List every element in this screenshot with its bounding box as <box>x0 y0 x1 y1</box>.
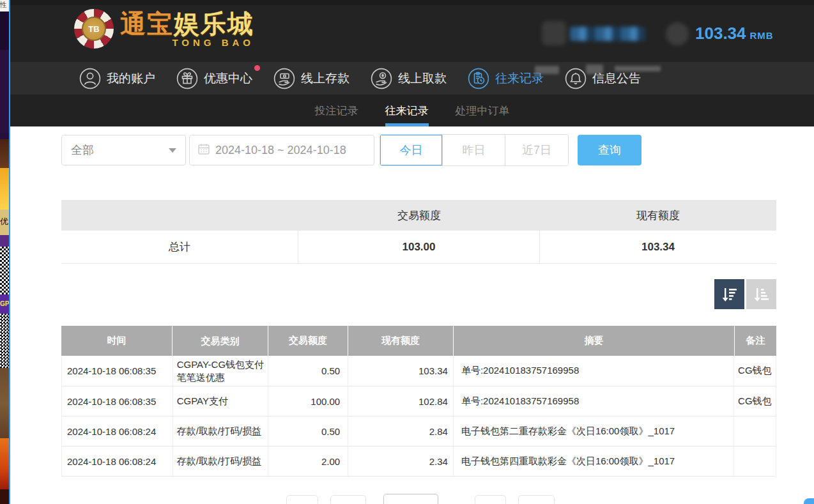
background-gold-label: 优 <box>0 210 9 235</box>
nav-item-my-account[interactable]: 我的账户 <box>79 68 155 89</box>
search-button[interactable]: 查询 <box>578 135 641 165</box>
records-icon <box>468 68 489 89</box>
pagination-next-button[interactable] <box>475 495 506 504</box>
col-summary: 摘要 <box>454 326 735 356</box>
username-redacted <box>570 27 645 41</box>
primary-nav: 我的账户 优惠中心 <box>10 62 814 95</box>
filter-bar: 全部 2024-10-18 ~ 2024-10-18 今日 昨日 <box>61 135 641 165</box>
nav-item-online-withdraw[interactable]: 线上取款 <box>371 68 447 89</box>
coin-icon-redacted <box>666 22 689 45</box>
sort-ascending-button[interactable] <box>746 279 776 309</box>
balance-currency: RMB <box>750 30 774 41</box>
redaction-blur <box>615 66 661 72</box>
chevron-down-icon <box>169 148 176 153</box>
background-purple-label: GP <box>0 294 9 314</box>
summary-header-row: 交易额度 现有额度 <box>61 200 776 231</box>
window-edge-divider <box>9 0 10 504</box>
tab-transaction-records[interactable]: 往来记录 <box>385 95 429 126</box>
summary-total-balance: 103.34 <box>540 231 776 263</box>
col-balance: 现有额度 <box>348 326 454 356</box>
deposit-icon <box>273 68 295 89</box>
nav-item-promotions[interactable]: 优惠中心 <box>176 68 252 89</box>
pagination-last-button[interactable] <box>518 495 555 504</box>
scroll-corner-indicator <box>804 498 814 504</box>
logo-title: 通宝娱乐城 <box>120 11 254 36</box>
tab-pending-orders[interactable]: 处理中订单 <box>456 95 510 126</box>
table-row: 2024-10-18 06:08:24 存款/取款/打码/损益 2.00 2.3… <box>61 447 776 477</box>
balance-amount: 103.34 <box>695 24 746 43</box>
pagination-page-input[interactable] <box>383 494 438 504</box>
secondary-nav: 投注记录 往来记录 处理中订单 <box>10 95 814 126</box>
qr-code-fragment <box>0 314 9 368</box>
summary-total-row: 总计 103.00 103.34 <box>61 231 776 264</box>
table-row: 2024-10-18 06:08:24 存款/取款/打码/损益 0.50 2.8… <box>61 416 776 447</box>
background-text-fragment: 性 <box>0 0 9 11</box>
col-time: 时间 <box>61 326 173 356</box>
account-balance: 103.34RMB <box>695 24 774 43</box>
summary-col-balance: 现有额度 <box>540 208 776 223</box>
pagination-prev-button[interactable] <box>330 495 366 504</box>
poker-chip-logo-icon: TB <box>74 9 114 49</box>
nav-item-online-deposit[interactable]: 线上存款 <box>273 68 349 89</box>
summary-total-label: 总计 <box>61 231 298 263</box>
col-note: 备注 <box>735 326 776 356</box>
type-select[interactable]: 全部 <box>61 135 186 165</box>
table-row: 2024-10-18 06:08:35 CGPAY-CG钱包支付笔笔送优惠 0.… <box>61 356 776 386</box>
col-amount: 交易额度 <box>268 326 348 356</box>
date-range-input[interactable]: 2024-10-18 ~ 2024-10-18 <box>189 135 374 165</box>
quick-yesterday-button[interactable]: 昨日 <box>443 135 505 165</box>
user-avatar-redacted[interactable] <box>542 21 566 45</box>
gift-icon <box>176 68 198 89</box>
summary-col-transaction: 交易额度 <box>298 208 540 223</box>
pagination-first-button[interactable] <box>286 495 318 504</box>
qr-code-fragment <box>0 247 9 294</box>
site-logo[interactable]: TB 通宝娱乐城 TONG BAO <box>74 9 254 49</box>
summary-table: 交易额度 现有额度 总计 103.00 103.34 <box>61 200 776 264</box>
background-window-strip: 性 优 GP <box>0 0 9 504</box>
table-row: 2024-10-18 06:08:35 CGPAY支付 100.00 102.8… <box>61 386 776 416</box>
site-header: TB 通宝娱乐城 TONG BAO 103.34RMB <box>10 0 814 62</box>
main-window: TB 通宝娱乐城 TONG BAO 103.34RMB 我的账 <box>10 0 814 504</box>
page-content: 全部 2024-10-18 ~ 2024-10-18 今日 昨日 <box>10 126 814 504</box>
notification-dot <box>254 65 260 71</box>
records-table: 时间 交易类别 交易额度 现有额度 摘要 备注 2024-10-18 06:08… <box>61 326 776 477</box>
col-type: 交易类别 <box>173 326 268 356</box>
bell-icon <box>565 68 587 89</box>
logo-subtitle: TONG BAO <box>172 38 254 47</box>
nav-item-transaction-records[interactable]: 往来记录 <box>468 68 544 89</box>
quick-range-group: 今日 昨日 近7日 <box>380 134 569 166</box>
user-icon <box>79 68 101 89</box>
withdraw-icon <box>371 68 392 89</box>
sort-descending-button[interactable] <box>714 279 744 309</box>
tab-bet-records[interactable]: 投注记录 <box>315 95 358 126</box>
redaction-blur <box>535 66 559 74</box>
redaction-blur <box>586 65 603 74</box>
records-header-row: 时间 交易类别 交易额度 现有额度 摘要 备注 <box>61 326 776 356</box>
calendar-icon <box>197 142 210 158</box>
quick-last7days-button[interactable]: 近7日 <box>505 135 568 165</box>
quick-today-button[interactable]: 今日 <box>380 135 443 165</box>
sort-controls <box>61 279 776 309</box>
summary-total-transaction: 103.00 <box>298 231 540 263</box>
